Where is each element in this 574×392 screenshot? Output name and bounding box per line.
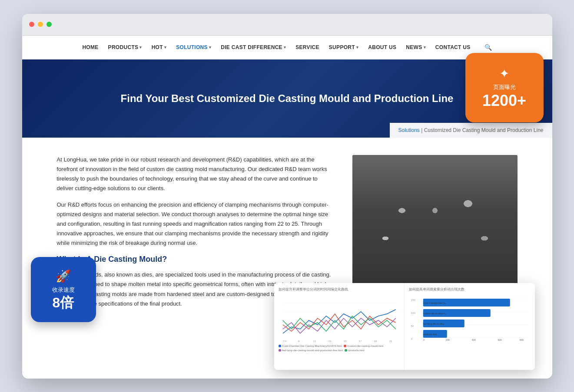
svg-text:50: 50 bbox=[411, 325, 414, 327]
bar-chart-title: 如何提高单词搜索量分析词出现次数 bbox=[409, 287, 531, 292]
legend-dot-3 bbox=[279, 349, 281, 352]
nav-solutions[interactable]: SOLUTIONS ▾ bbox=[176, 44, 211, 50]
svg-rect-12 bbox=[409, 266, 504, 279]
nav-hot[interactable]: HOT ▾ bbox=[152, 44, 167, 50]
legend-dot-1 bbox=[279, 345, 281, 347]
browser-chrome bbox=[22, 14, 552, 36]
breadcrumb-link[interactable]: Solutions bbox=[398, 127, 420, 133]
line-chart-title: 如何提升和调整单位分词的时间间隔交化曲线 bbox=[279, 287, 400, 292]
line-chart-legend: /Cold-Chamber-Die-Casting-Machinery/0228… bbox=[279, 345, 400, 352]
svg-text:15: 15 bbox=[343, 340, 346, 342]
badge-orange-number: 1200+ bbox=[482, 93, 526, 109]
svg-text:800: 800 bbox=[520, 339, 524, 341]
svg-text:150: 150 bbox=[411, 299, 416, 301]
svg-rect-0 bbox=[352, 155, 518, 294]
svg-point-17 bbox=[436, 186, 443, 193]
svg-rect-4 bbox=[418, 207, 426, 250]
nav-about-us[interactable]: ABOUT US bbox=[368, 44, 396, 50]
svg-rect-10 bbox=[496, 207, 503, 250]
legend-label-1: /Cold-Chamber-Die-Casting-Machinery/0228… bbox=[282, 345, 342, 347]
svg-text:9: 9 bbox=[298, 340, 299, 342]
section-heading: What Is A Die Casting Mould? bbox=[57, 255, 335, 264]
legend-label-2: /custom-die-casting-mould.html bbox=[347, 345, 383, 347]
breadcrumb-current: Customized Die Casting Mould and Product… bbox=[424, 127, 544, 133]
svg-rect-3 bbox=[363, 235, 411, 266]
maximize-button[interactable] bbox=[46, 22, 52, 27]
close-button[interactable] bbox=[29, 22, 34, 27]
badge-blue-label: 收录速度 bbox=[52, 286, 75, 294]
line-chart-container: 如何提升和调整单位分词的时间间隔交化曲线 7/4 9 11 13 bbox=[274, 283, 405, 370]
nav-home[interactable]: HOME bbox=[82, 44, 98, 50]
svg-rect-13 bbox=[365, 198, 409, 233]
svg-rect-7 bbox=[457, 203, 466, 250]
svg-text:/products.html: /products.html bbox=[423, 333, 437, 336]
breadcrumb: Solutions | Customized Die Casting Mould… bbox=[390, 123, 552, 138]
nav-news[interactable]: NEWS ▾ bbox=[406, 44, 426, 50]
minimize-button[interactable] bbox=[38, 22, 43, 27]
chevron-down-icon: ▾ bbox=[139, 45, 142, 49]
hero-title: Find Your Best Customized Die Casting Mo… bbox=[121, 92, 454, 105]
chevron-down-icon: ▾ bbox=[356, 45, 358, 49]
svg-text:19: 19 bbox=[374, 340, 377, 342]
die-cast-svg bbox=[352, 155, 518, 294]
bar-chart-svg: 150 100 50 0 0 200 400 600 800 bbox=[409, 294, 531, 351]
paragraph-1: At LongHua, we take pride in our robust … bbox=[57, 155, 335, 193]
search-icon[interactable]: 🔍 bbox=[484, 44, 492, 51]
chevron-down-icon: ▾ bbox=[424, 45, 426, 49]
nav-contact-us[interactable]: CONTACT US bbox=[435, 44, 471, 50]
svg-text:/Cold-Chamber-Die-Ca...: /Cold-Chamber-Die-Ca... bbox=[423, 302, 447, 304]
chart-overlay: 如何提升和调整单位分词的时间间隔交化曲线 7/4 9 11 13 bbox=[274, 283, 535, 370]
legend-label-4: /products.html bbox=[348, 349, 365, 352]
chevron-down-icon: ▾ bbox=[164, 45, 166, 49]
die-cast-image bbox=[352, 155, 518, 294]
svg-text:400: 400 bbox=[472, 339, 476, 341]
legend-label-3: /led-lamp-die-casting-mould-and-producti… bbox=[282, 349, 343, 352]
svg-point-19 bbox=[483, 181, 491, 189]
svg-text:0: 0 bbox=[411, 338, 413, 340]
chevron-down-icon: ▾ bbox=[209, 45, 211, 49]
bar-chart-container: 如何提高单词搜索量分析词出现次数 150 100 50 0 0 200 bbox=[405, 283, 535, 370]
svg-rect-15 bbox=[387, 203, 400, 216]
nav-service[interactable]: SERVICE bbox=[295, 44, 319, 50]
svg-text:13: 13 bbox=[328, 340, 331, 342]
nav-support[interactable]: SUPPORT ▾ bbox=[329, 44, 358, 50]
badge-orange-icon: ✦ bbox=[499, 66, 509, 81]
svg-rect-11 bbox=[409, 248, 504, 266]
legend-item-4: /products.html bbox=[345, 349, 365, 352]
badge-orange: ✦ 页面曝光 1200+ bbox=[465, 53, 544, 122]
chevron-down-icon: ▾ bbox=[284, 45, 286, 49]
badge-blue-number: 8倍 bbox=[53, 296, 74, 310]
svg-text:/custom-die-ca-sting-m...: /custom-die-ca-sting-m... bbox=[423, 312, 447, 315]
svg-text:7/4: 7/4 bbox=[282, 340, 286, 342]
svg-rect-2 bbox=[361, 233, 413, 268]
svg-rect-14 bbox=[370, 203, 383, 216]
svg-rect-1 bbox=[352, 155, 518, 294]
svg-text:600: 600 bbox=[498, 339, 502, 341]
legend-dot-2 bbox=[344, 345, 346, 347]
svg-text:/led-lamp-die-ca-sting-...: /led-lamp-die-ca-sting-... bbox=[423, 323, 447, 325]
svg-text:200: 200 bbox=[446, 339, 450, 341]
badge-blue-icon: 🚀 bbox=[56, 269, 71, 283]
nav-products[interactable]: PRODUCTS ▾ bbox=[108, 44, 142, 50]
svg-rect-16 bbox=[370, 220, 400, 224]
badge-orange-label: 页面曝光 bbox=[493, 83, 516, 91]
svg-rect-6 bbox=[444, 211, 451, 250]
svg-rect-5 bbox=[431, 198, 438, 250]
legend-dot-4 bbox=[345, 349, 347, 352]
line-chart-svg: 7/4 9 11 13 15 17 19 21 bbox=[279, 294, 400, 342]
badge-blue: 🚀 收录速度 8倍 bbox=[31, 257, 96, 322]
svg-text:11: 11 bbox=[313, 340, 316, 342]
svg-rect-9 bbox=[483, 194, 491, 250]
svg-text:0: 0 bbox=[423, 339, 425, 341]
svg-point-18 bbox=[458, 185, 464, 190]
legend-item-3: /led-lamp-die-casting-mould-and-producti… bbox=[279, 349, 343, 352]
svg-text:100: 100 bbox=[411, 312, 416, 314]
svg-text:17: 17 bbox=[358, 340, 362, 342]
svg-text:21: 21 bbox=[389, 340, 392, 342]
paragraph-2: Our R&D efforts focus on enhancing the p… bbox=[57, 200, 335, 248]
nav-die-cast-difference[interactable]: DIE CAST DIFFERENCE ▾ bbox=[221, 44, 286, 50]
svg-rect-8 bbox=[470, 216, 478, 250]
legend-item-1: /Cold-Chamber-Die-Casting-Machinery/0228… bbox=[279, 345, 342, 347]
legend-item-2: /custom-die-casting-mould.html bbox=[344, 345, 383, 347]
